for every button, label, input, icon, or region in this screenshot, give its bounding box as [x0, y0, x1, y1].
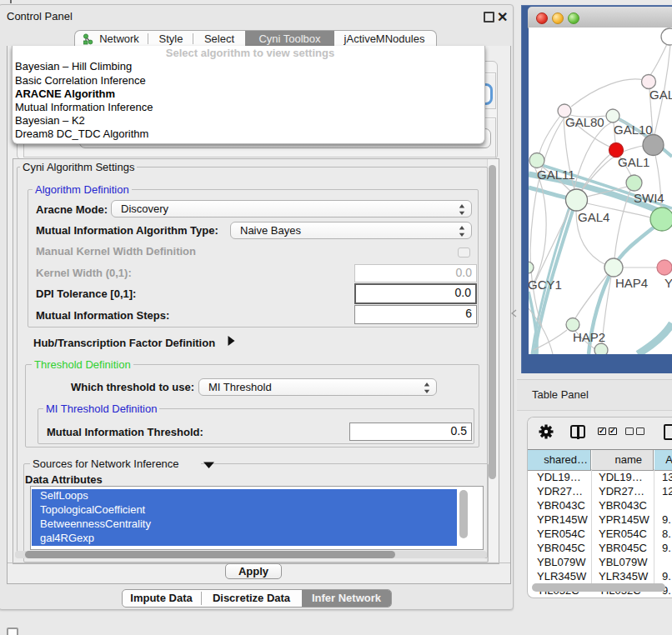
- svg-text:GAL1: GAL1: [618, 155, 649, 169]
- svg-text:GAL10: GAL10: [614, 122, 653, 137]
- svg-text:HAP2: HAP2: [573, 330, 605, 344]
- svg-text:GCY1: GCY1: [529, 278, 562, 292]
- svg-text:HAP4: HAP4: [615, 276, 648, 290]
- svg-text:GAL7: GAL7: [649, 88, 672, 102]
- svg-text:SWI4: SWI4: [634, 191, 664, 205]
- svg-text:YEL: YEL: [664, 276, 672, 290]
- svg-text:GAL11: GAL11: [537, 168, 575, 182]
- svg-text:GAL4: GAL4: [578, 210, 609, 224]
- svg-text:GAL80: GAL80: [565, 115, 604, 129]
